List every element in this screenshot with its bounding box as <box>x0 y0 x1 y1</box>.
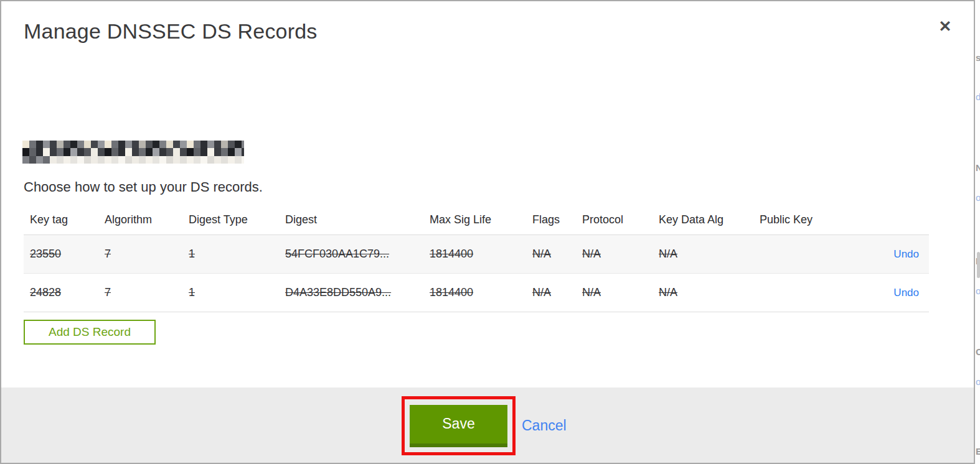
cell-key-data-alg: N/A <box>659 248 760 261</box>
clipped-background-text: o <box>976 193 980 202</box>
column-header-key-data-alg: Key Data Alg <box>659 213 760 226</box>
cell-flags: N/A <box>532 248 582 261</box>
column-header-flags: Flags <box>532 213 582 226</box>
column-header-public-key: Public Key <box>760 213 841 226</box>
cell-protocol: N/A <box>582 286 659 299</box>
redaction-pixel-band <box>22 156 244 164</box>
cell-max-sig-life: 1814400 <box>430 286 532 299</box>
column-header-protocol: Protocol <box>582 213 659 226</box>
redaction-pixel-band <box>22 148 244 156</box>
clipped-background-text: N <box>976 163 980 172</box>
background-page-strip: s d N o L o O o E <box>975 0 980 464</box>
cell-algorithm: 7 <box>105 286 189 299</box>
close-icon[interactable]: ✕ <box>934 15 956 37</box>
column-header-max-sig-life: Max Sig Life <box>430 213 532 226</box>
clipped-background-text: d <box>976 92 980 101</box>
cell-max-sig-life: 1814400 <box>430 248 532 261</box>
modal-footer: Save Cancel <box>1 387 974 463</box>
clipped-background-text: s <box>976 53 980 62</box>
cell-key-tag: 24828 <box>30 286 105 299</box>
add-ds-record-button[interactable]: Add DS Record <box>24 320 156 345</box>
undo-link[interactable]: Undo <box>893 248 919 261</box>
cell-digest: 54FCF030AA1C79... <box>285 248 430 261</box>
clipped-background-text: o <box>976 377 980 386</box>
cell-digest-type: 1 <box>189 248 285 261</box>
cell-key-data-alg: N/A <box>659 286 760 299</box>
instruction-text: Choose how to set up your DS records. <box>24 179 263 195</box>
table-header-row: Key tag Algorithm Digest Type Digest Max… <box>24 205 929 235</box>
screenshot-root: Manage DNSSEC DS Records ✕ Choose how to… <box>0 0 980 464</box>
clipped-background-text: O <box>976 347 980 356</box>
scrollbar-thumb[interactable] <box>977 252 980 278</box>
cancel-link[interactable]: Cancel <box>522 417 567 434</box>
save-annotation-highlight: Save <box>402 396 516 455</box>
dnssec-ds-records-modal: Manage DNSSEC DS Records ✕ Choose how to… <box>0 0 975 464</box>
undo-link[interactable]: Undo <box>893 287 919 299</box>
ds-records-table: Key tag Algorithm Digest Type Digest Max… <box>24 205 929 312</box>
table-row: 23550 7 1 54FCF030AA1C79... 1814400 N/A … <box>24 235 929 274</box>
cell-key-tag: 23550 <box>30 248 105 261</box>
redaction-pixel-band <box>22 141 244 148</box>
column-header-digest: Digest <box>285 213 430 226</box>
cell-digest-type: 1 <box>189 286 285 299</box>
table-row: 24828 7 1 D4A33E8DD550A9... 1814400 N/A … <box>24 274 929 312</box>
clipped-background-text: E <box>976 447 980 456</box>
clipped-background-text: o <box>976 286 980 295</box>
cell-digest: D4A33E8DD550A9... <box>285 286 430 299</box>
modal-title: Manage DNSSEC DS Records <box>24 19 318 44</box>
cell-protocol: N/A <box>582 248 659 261</box>
column-header-key-tag: Key tag <box>30 213 105 226</box>
column-header-digest-type: Digest Type <box>189 213 285 226</box>
save-button[interactable]: Save <box>410 405 507 447</box>
redacted-domain-name <box>22 141 244 164</box>
cell-algorithm: 7 <box>105 248 189 261</box>
column-header-algorithm: Algorithm <box>105 213 189 226</box>
cell-flags: N/A <box>532 286 582 299</box>
